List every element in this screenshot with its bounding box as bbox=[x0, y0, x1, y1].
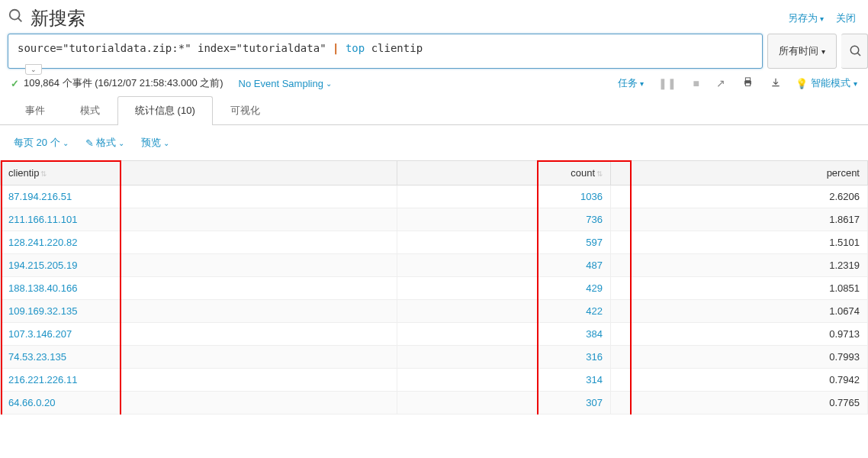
cell-percent: 0.7942 bbox=[611, 369, 868, 392]
cell-percent: 2.6206 bbox=[611, 185, 868, 208]
cell-percent: 1.2319 bbox=[611, 254, 868, 277]
cell-count: 487 bbox=[397, 254, 611, 277]
table-row[interactable]: 109.169.32.1354221.0674 bbox=[1, 300, 868, 323]
format-dropdown[interactable]: ✎ 格式 ⌄ bbox=[85, 136, 124, 150]
cell-percent: 0.9713 bbox=[611, 323, 868, 346]
table-row[interactable]: 216.221.226.113140.7942 bbox=[1, 369, 868, 392]
sort-icon: ⇅ bbox=[596, 169, 603, 178]
search-icon bbox=[8, 8, 24, 29]
check-icon: ✓ bbox=[11, 78, 19, 89]
close-link[interactable]: 关闭 bbox=[836, 11, 856, 25]
time-range-label: 所有时间 bbox=[779, 44, 818, 58]
chevron-down-icon: ▾ bbox=[820, 15, 824, 23]
svg-point-0 bbox=[10, 10, 20, 20]
cell-percent: 1.8617 bbox=[611, 208, 868, 231]
cell-count: 384 bbox=[397, 323, 611, 346]
table-row[interactable]: 64.66.0.203070.7765 bbox=[1, 392, 868, 414]
cell-clientip[interactable]: 194.215.205.19 bbox=[1, 254, 397, 277]
cell-clientip[interactable]: 109.169.32.135 bbox=[1, 300, 397, 323]
column-header-percent[interactable]: percent bbox=[611, 161, 868, 185]
page-title: 新搜索 bbox=[31, 6, 85, 31]
chevron-down-icon: ⌄ bbox=[326, 79, 332, 88]
stop-icon[interactable]: ■ bbox=[691, 77, 702, 89]
save-as-label: 另存为 bbox=[788, 11, 818, 25]
table-row[interactable]: 211.166.11.1017361.8617 bbox=[1, 208, 868, 231]
download-icon[interactable] bbox=[768, 77, 783, 90]
cell-clientip[interactable]: 74.53.23.135 bbox=[1, 346, 397, 369]
cell-count: 736 bbox=[397, 208, 611, 231]
table-row[interactable]: 128.241.220.825971.5101 bbox=[1, 231, 868, 254]
per-page-dropdown[interactable]: 每页 20 个 ⌄ bbox=[14, 136, 69, 150]
cell-clientip[interactable]: 128.241.220.82 bbox=[1, 231, 397, 254]
chevron-down-icon: ▾ bbox=[821, 47, 825, 56]
sort-icon: ⇅ bbox=[40, 169, 47, 178]
print-icon[interactable] bbox=[740, 76, 756, 90]
chevron-down-icon: ⌄ bbox=[163, 139, 169, 147]
svg-line-3 bbox=[857, 53, 860, 56]
cell-clientip[interactable]: 188.138.40.166 bbox=[1, 277, 397, 300]
format-label: 格式 bbox=[96, 136, 116, 150]
time-range-picker[interactable]: 所有时间 ▾ bbox=[767, 34, 837, 69]
table-row[interactable]: 74.53.23.1353160.7993 bbox=[1, 346, 868, 369]
event-count-text: 109,864 个事件 (16/12/07 21:58:43.000 之前) bbox=[24, 76, 223, 90]
results-table: clientip⇅ count⇅ percent 87.194.216.5110… bbox=[0, 160, 868, 414]
chevron-down-icon: ▾ bbox=[640, 79, 644, 88]
sampling-label: No Event Sampling bbox=[239, 78, 323, 89]
tab-patterns[interactable]: 模式 bbox=[63, 96, 117, 124]
share-icon[interactable]: ↗ bbox=[714, 77, 728, 89]
tab-events[interactable]: 事件 bbox=[8, 96, 63, 124]
table-row[interactable]: 87.194.216.5110362.6206 bbox=[1, 185, 868, 208]
smart-mode-label: 智能模式 bbox=[811, 76, 850, 90]
preview-label: 预览 bbox=[141, 136, 161, 150]
cell-count: 316 bbox=[397, 346, 611, 369]
cell-percent: 1.0674 bbox=[611, 300, 868, 323]
svg-point-2 bbox=[850, 46, 859, 54]
cell-clientip[interactable]: 87.194.216.51 bbox=[1, 185, 397, 208]
cell-count: 1036 bbox=[397, 185, 611, 208]
table-row[interactable]: 188.138.40.1664291.0851 bbox=[1, 277, 868, 300]
sampling-dropdown[interactable]: No Event Sampling ⌄ bbox=[239, 78, 332, 89]
column-header-clientip[interactable]: clientip⇅ bbox=[1, 161, 397, 185]
chevron-down-icon: ⌄ bbox=[118, 139, 124, 147]
chevron-down-icon: ⌄ bbox=[63, 139, 69, 147]
cell-count: 314 bbox=[397, 369, 611, 392]
search-icon bbox=[849, 44, 863, 58]
cell-clientip[interactable]: 211.166.11.101 bbox=[1, 208, 397, 231]
svg-line-1 bbox=[18, 18, 22, 22]
cell-clientip[interactable]: 107.3.146.207 bbox=[1, 323, 397, 346]
cell-percent: 0.7765 bbox=[611, 392, 868, 414]
chevron-down-icon: ▾ bbox=[854, 79, 857, 88]
jobs-label: 任务 bbox=[618, 76, 638, 90]
cell-count: 307 bbox=[397, 392, 611, 414]
jobs-dropdown[interactable]: 任务 ▾ bbox=[618, 76, 644, 90]
preview-dropdown[interactable]: 预览 ⌄ bbox=[141, 136, 169, 150]
pencil-icon: ✎ bbox=[85, 137, 94, 149]
cell-percent: 0.7993 bbox=[611, 346, 868, 369]
table-row[interactable]: 194.215.205.194871.2319 bbox=[1, 254, 868, 277]
cell-clientip[interactable]: 64.66.0.20 bbox=[1, 392, 397, 414]
svg-rect-6 bbox=[745, 83, 750, 86]
cell-clientip[interactable]: 216.221.226.11 bbox=[1, 369, 397, 392]
search-input[interactable] bbox=[8, 34, 762, 68]
expand-handle[interactable]: ⌄ bbox=[25, 64, 42, 75]
table-row[interactable]: 107.3.146.2073840.9713 bbox=[1, 323, 868, 346]
svg-rect-5 bbox=[745, 78, 750, 81]
per-page-label: 每页 20 个 bbox=[14, 136, 60, 150]
tab-statistics[interactable]: 统计信息 (10) bbox=[117, 96, 213, 124]
cell-count: 597 bbox=[397, 231, 611, 254]
pause-icon[interactable]: ❚❚ bbox=[656, 77, 679, 89]
smart-mode-dropdown[interactable]: 💡 智能模式 ▾ bbox=[796, 76, 857, 90]
run-search-button[interactable] bbox=[841, 34, 868, 69]
column-header-count[interactable]: count⇅ bbox=[397, 161, 611, 185]
search-input-container[interactable]: source="tutorialdata.zip:*" index="tutor… bbox=[8, 34, 763, 69]
save-as-dropdown[interactable]: 另存为 ▾ bbox=[788, 11, 824, 25]
cell-percent: 1.0851 bbox=[611, 277, 868, 300]
cell-count: 422 bbox=[397, 300, 611, 323]
cell-percent: 1.5101 bbox=[611, 231, 868, 254]
tab-visualization[interactable]: 可视化 bbox=[213, 96, 278, 124]
cell-count: 429 bbox=[397, 277, 611, 300]
lightbulb-icon: 💡 bbox=[796, 78, 808, 89]
